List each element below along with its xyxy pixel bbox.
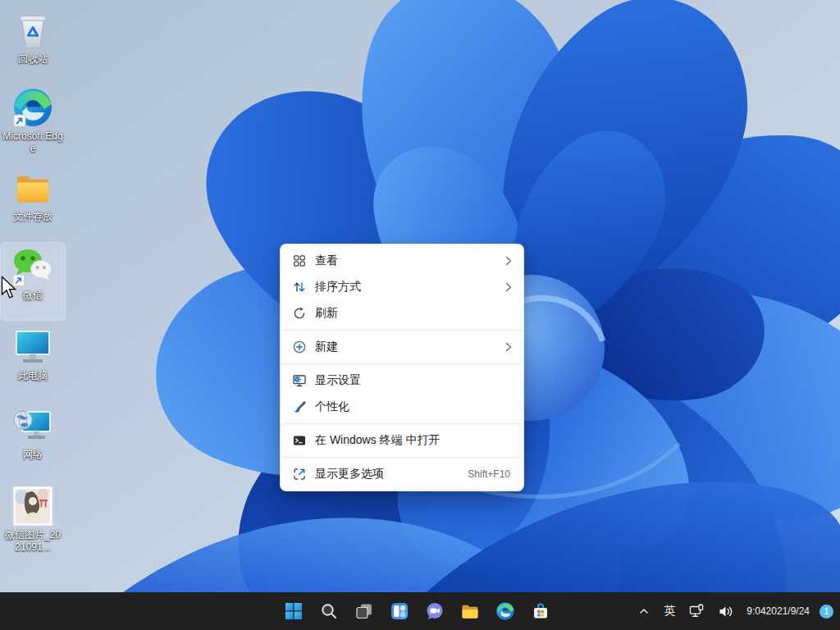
menu-separator	[281, 330, 523, 331]
menu-separator	[281, 457, 523, 458]
windows-logo-icon	[284, 601, 304, 621]
new-plus-icon	[292, 340, 307, 354]
sort-arrows-icon	[292, 280, 307, 294]
ethernet-icon	[688, 603, 705, 620]
menu-item-label: 个性化	[315, 399, 512, 414]
refresh-icon	[292, 306, 307, 321]
submenu-chevron-icon	[505, 256, 512, 266]
tray-overflow-button[interactable]	[633, 595, 655, 628]
more-options-icon	[292, 467, 307, 482]
speaker-icon	[717, 603, 734, 620]
taskbar-center-buttons	[277, 592, 557, 630]
file-explorer-button[interactable]	[454, 595, 486, 628]
view-grid-icon	[292, 253, 307, 268]
network-icon	[12, 404, 53, 448]
edge-icon	[11, 85, 54, 130]
mouse-cursor	[1, 276, 17, 300]
menu-item-label: 显示更多选项	[315, 467, 459, 482]
menu-item-view[interactable]: 查看	[281, 248, 523, 274]
menu-item-label: 排序方式	[315, 280, 497, 294]
store-button[interactable]	[524, 595, 557, 628]
context-menu: 查看 排序方式 刷新	[280, 244, 524, 491]
desktop-icon-network[interactable]: 网络	[1, 402, 65, 479]
clock-date: 2021/9/24	[766, 605, 810, 617]
image-thumbnail-icon	[12, 484, 53, 528]
menu-item-label: 显示设置	[315, 373, 512, 388]
menu-item-label: 刷新	[315, 306, 512, 321]
widgets-icon	[390, 601, 409, 621]
desktop-icon-label: 网络	[23, 449, 43, 461]
task-view-button[interactable]	[348, 595, 381, 628]
menu-item-show-more-options[interactable]: 显示更多选项 Shift+F10	[281, 461, 523, 487]
file-explorer-icon	[460, 601, 480, 621]
menu-item-label: 在 Windows 终端 中打开	[315, 433, 512, 448]
store-icon	[531, 601, 550, 621]
menu-item-display-settings[interactable]: 显示设置	[281, 368, 523, 394]
system-tray: 英 9:04 2021/9/24 1	[633, 592, 840, 630]
desktop-icon-wechat-image[interactable]: 微信图片_2021091...	[1, 482, 65, 559]
recycle-bin-icon	[15, 8, 51, 52]
desktop-icon-folder[interactable]: 文件存放	[1, 164, 65, 241]
chat-icon	[425, 601, 445, 621]
terminal-icon	[292, 433, 307, 448]
menu-item-sort-by[interactable]: 排序方式	[281, 274, 523, 300]
display-settings-icon	[292, 373, 307, 388]
folder-icon	[14, 166, 52, 210]
menu-item-new[interactable]: 新建	[281, 334, 523, 360]
notification-badge[interactable]: 1	[819, 605, 833, 619]
edge-icon	[495, 601, 515, 621]
this-pc-icon	[13, 325, 52, 369]
search-button[interactable]	[313, 595, 345, 628]
personalize-brush-icon	[292, 399, 307, 414]
menu-item-personalize[interactable]: 个性化	[281, 394, 523, 420]
menu-item-label: 查看	[315, 253, 497, 268]
wechat-icon	[11, 244, 54, 289]
chat-button[interactable]	[418, 595, 451, 628]
submenu-chevron-icon	[505, 342, 512, 352]
chevron-up-icon	[637, 605, 651, 618]
start-button[interactable]	[277, 595, 310, 628]
clock[interactable]: 9:04 2021/9/24	[742, 595, 815, 628]
desktop-icon-this-pc[interactable]: 此电脑	[1, 323, 65, 400]
clock-time: 9:04	[746, 605, 765, 617]
desktop-icon-label: 微信图片_2021091...	[2, 529, 63, 554]
menu-separator	[281, 363, 523, 364]
taskbar: 英 9:04 2021/9/24 1	[0, 592, 840, 630]
task-view-icon	[354, 601, 374, 621]
menu-item-refresh[interactable]: 刷新	[281, 300, 523, 326]
menu-item-shortcut: Shift+F10	[468, 468, 510, 480]
edge-button[interactable]	[489, 595, 522, 628]
network-tray-button[interactable]	[684, 595, 710, 628]
desktop-icon-label: Microsoft Edge	[2, 130, 63, 155]
desktop-icon-label: 微信	[23, 290, 43, 302]
desktop-icon-label: 回收站	[18, 53, 48, 66]
menu-item-open-in-terminal[interactable]: 在 Windows 终端 中打开	[281, 427, 523, 454]
desktop-icon-recycle-bin[interactable]: 回收站	[1, 7, 65, 84]
menu-item-label: 新建	[315, 340, 497, 354]
desktop: 回收站 Microsoft Edge 文件存放	[0, 0, 840, 630]
volume-tray-button[interactable]	[713, 595, 738, 628]
submenu-chevron-icon	[505, 282, 512, 292]
desktop-icon-edge[interactable]: Microsoft Edge	[1, 84, 65, 161]
ime-indicator[interactable]: 英	[658, 595, 681, 628]
widgets-button[interactable]	[383, 595, 416, 628]
desktop-icon-label: 此电脑	[18, 370, 48, 382]
desktop-icon-label: 文件存放	[13, 211, 52, 223]
menu-separator	[281, 423, 523, 424]
search-icon	[319, 601, 339, 621]
